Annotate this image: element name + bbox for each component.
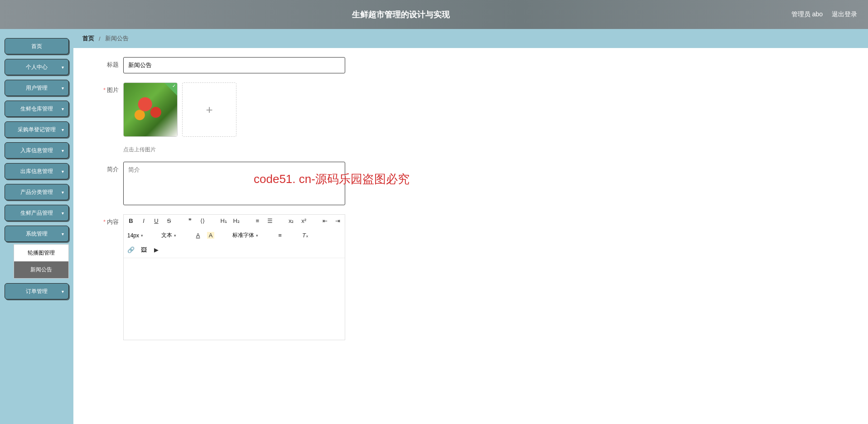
chevron-down-icon: ▾ <box>62 127 64 132</box>
form-row-content: *内容 B I U S ❞ ⟨⟩ H₁ H₂ <box>92 214 850 340</box>
subscript-icon[interactable]: x₂ <box>288 217 295 224</box>
align-icon[interactable]: ≡ <box>276 232 284 239</box>
sidebar-item-system[interactable]: 系统管理▾ <box>5 226 69 242</box>
sidebar-item-label: 个人中心 <box>26 63 48 71</box>
font-size-select[interactable]: 14px▾ <box>127 232 143 239</box>
italic-icon[interactable]: I <box>140 217 147 224</box>
image-icon[interactable]: 🖼 <box>140 246 147 253</box>
form-row-title: 标题 <box>92 57 850 73</box>
underline-icon[interactable]: U <box>153 217 160 224</box>
editor-toolbar: B I U S ❞ ⟨⟩ H₁ H₂ ≡ ☰ <box>124 215 345 258</box>
link-icon[interactable]: 🔗 <box>127 246 135 253</box>
upload-area: + <box>123 82 236 137</box>
sidebar-item-label: 系统管理 <box>26 230 48 238</box>
block-type-select[interactable]: 文本▾ <box>161 231 176 239</box>
sidebar-item-label: 入库信息管理 <box>20 147 53 154</box>
superscript-icon[interactable]: x² <box>300 217 308 224</box>
chevron-down-icon: ▾ <box>62 211 64 216</box>
sidebar-item-products[interactable]: 生鲜产品管理▾ <box>5 205 69 221</box>
user-info[interactable]: 管理员 abo <box>791 10 823 19</box>
sidebar-item-label: 首页 <box>31 43 42 50</box>
strike-icon[interactable]: S <box>165 217 173 224</box>
form-row-image: *图片 + <box>92 82 850 137</box>
sidebar-item-category[interactable]: 产品分类管理▾ <box>5 184 69 200</box>
sidebar-item-outbound[interactable]: 出库信息管理▾ <box>5 163 69 179</box>
header-right: 管理员 abo 退出登录 <box>791 10 857 19</box>
h2-icon[interactable]: H₂ <box>233 217 240 224</box>
form-area: 标题 *图片 + 点击上传图片 简介 <box>73 48 868 358</box>
breadcrumb: 首页 / 新闻公告 <box>73 29 868 48</box>
upload-add-button[interactable]: + <box>182 82 236 137</box>
intro-textarea[interactable] <box>123 162 345 205</box>
form-row-intro: 简介 <box>92 162 850 205</box>
sidebar-item-label: 用户管理 <box>26 84 48 92</box>
breadcrumb-separator: / <box>99 35 101 42</box>
chevron-down-icon: ▾ <box>62 190 64 195</box>
title-input[interactable] <box>123 57 345 73</box>
sidebar-item-warehouse[interactable]: 生鲜仓库管理▾ <box>5 101 69 117</box>
sidebar-subitem-news[interactable]: 新闻公告 <box>14 261 68 278</box>
sidebar-item-label: 订单管理 <box>26 288 48 295</box>
uploaded-image-thumb[interactable] <box>123 82 178 137</box>
form-label-title: 标题 <box>92 57 119 69</box>
sidebar-item-label: 生鲜仓库管理 <box>20 105 53 113</box>
sidebar-item-inbound[interactable]: 入库信息管理▾ <box>5 142 69 159</box>
outdent-icon[interactable]: ⇥ <box>334 217 341 224</box>
main-content: 首页 / 新闻公告 标题 *图片 + <box>73 29 868 424</box>
sidebar-item-profile[interactable]: 个人中心▾ <box>5 59 69 75</box>
breadcrumb-home[interactable]: 首页 <box>82 34 94 43</box>
form-label-intro: 简介 <box>92 162 119 173</box>
ordered-list-icon[interactable]: ≡ <box>254 217 261 224</box>
sidebar-item-purchase[interactable]: 采购单登记管理▾ <box>5 121 69 138</box>
sidebar-item-label: 出库信息管理 <box>20 168 53 175</box>
form-label-content: *内容 <box>92 214 119 226</box>
breadcrumb-current: 新闻公告 <box>105 34 129 43</box>
sidebar-item-label: 生鲜产品管理 <box>20 209 53 217</box>
sidebar-subitem-carousel[interactable]: 轮播图管理 <box>14 245 68 261</box>
chevron-down-icon: ▾ <box>256 233 258 238</box>
indent-icon[interactable]: ⇤ <box>321 217 328 224</box>
chevron-down-icon: ▾ <box>62 65 64 70</box>
upload-hint[interactable]: 点击上传图片 <box>123 146 850 154</box>
chevron-down-icon: ▾ <box>62 148 64 153</box>
unordered-list-icon[interactable]: ☰ <box>266 217 274 224</box>
text-color-icon[interactable]: A <box>194 232 202 239</box>
chevron-down-icon: ▾ <box>141 233 143 238</box>
h1-icon[interactable]: H₁ <box>220 217 227 224</box>
form-label-image: *图片 <box>92 82 119 94</box>
sidebar-item-label: 产品分类管理 <box>20 188 53 196</box>
quote-icon[interactable]: ❞ <box>186 217 193 224</box>
vegetable-image <box>124 83 177 136</box>
chevron-down-icon: ▾ <box>62 231 64 236</box>
bold-icon[interactable]: B <box>127 217 135 224</box>
sidebar-submenu-system: 轮播图管理 新闻公告 <box>14 244 69 279</box>
editor-content-area[interactable] <box>124 258 345 340</box>
chevron-down-icon: ▾ <box>174 233 176 238</box>
chevron-down-icon: ▾ <box>62 289 64 294</box>
sidebar-item-orders[interactable]: 订单管理▾ <box>5 283 69 299</box>
font-family-select[interactable]: 标准字体▾ <box>232 231 258 239</box>
rich-text-editor: B I U S ❞ ⟨⟩ H₁ H₂ ≡ ☰ <box>123 214 345 340</box>
sidebar-item-label: 采购单登记管理 <box>18 126 56 134</box>
chevron-down-icon: ▾ <box>62 86 64 91</box>
bg-color-icon[interactable]: A <box>207 232 214 239</box>
sidebar: 首页 个人中心▾ 用户管理▾ 生鲜仓库管理▾ 采购单登记管理▾ 入库信息管理▾ … <box>0 29 73 424</box>
logout-link[interactable]: 退出登录 <box>832 10 857 19</box>
app-title: 生鲜超市管理的设计与实现 <box>11 9 791 20</box>
video-icon[interactable]: ▶ <box>153 246 160 253</box>
chevron-down-icon: ▾ <box>62 106 64 111</box>
sidebar-item-home[interactable]: 首页 <box>5 38 69 54</box>
code-icon[interactable]: ⟨⟩ <box>199 217 206 224</box>
clear-format-icon[interactable]: Tₓ <box>302 232 309 239</box>
chevron-down-icon: ▾ <box>62 169 64 174</box>
header: 生鲜超市管理的设计与实现 管理员 abo 退出登录 <box>0 0 868 29</box>
plus-icon: + <box>206 103 212 117</box>
sidebar-item-users[interactable]: 用户管理▾ <box>5 80 69 96</box>
